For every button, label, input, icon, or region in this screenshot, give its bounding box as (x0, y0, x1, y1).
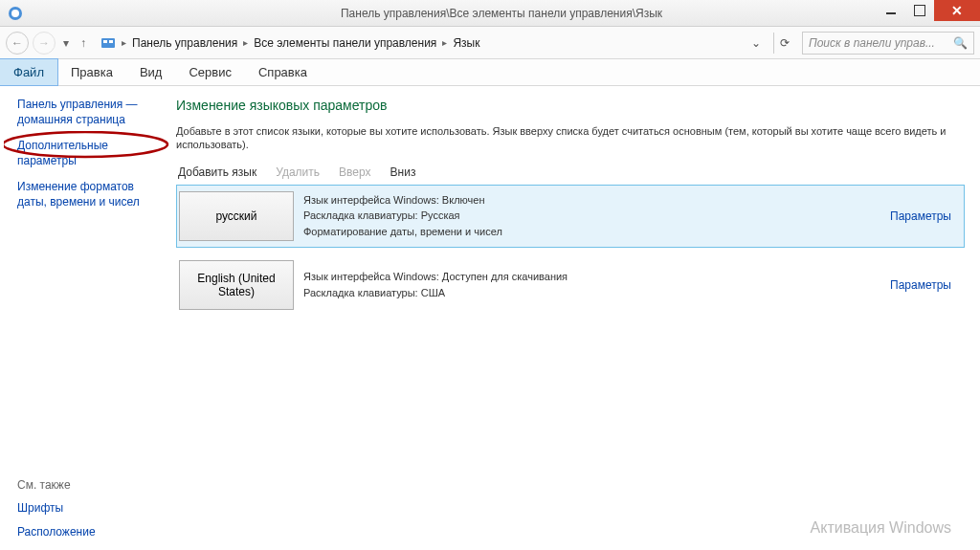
breadcrumb-item-2[interactable]: Все элементы панели управления (254, 36, 436, 50)
page-heading: Изменение языковых параметров (176, 98, 965, 113)
search-icon: 🔍 (953, 36, 968, 50)
nav-bar: ← → ▾ ↑ ▸ Панель управления ▸ Все элемен… (0, 27, 980, 59)
toolbar-remove[interactable]: Удалить (276, 165, 320, 179)
svg-point-1 (11, 10, 19, 17)
menu-help[interactable]: Справка (245, 59, 321, 85)
language-options: Параметры (878, 254, 964, 316)
breadcrumb: ▸ Панель управления ▸ Все элементы панел… (94, 34, 766, 52)
recent-dropdown[interactable]: ▾ (63, 36, 69, 50)
breadcrumb-chevron-icon[interactable]: ▸ (122, 37, 126, 48)
see-also-header: См. также (17, 478, 153, 492)
menu-edit[interactable]: Правка (57, 59, 126, 85)
breadcrumb-item-1[interactable]: Панель управления (132, 36, 237, 50)
close-button[interactable]: ✕ (934, 0, 980, 21)
toolbar-move-up[interactable]: Вверх (339, 165, 370, 179)
minimize-button[interactable] (877, 0, 905, 21)
breadcrumb-dropdown[interactable]: ⌄ (747, 36, 765, 50)
svg-rect-3 (103, 40, 107, 43)
refresh-button[interactable]: ⟳ (773, 33, 794, 54)
sidebar-location[interactable]: Расположение (17, 525, 153, 540)
sidebar-date-format[interactable]: Изменение форматов даты, времени и чисел (17, 180, 153, 209)
language-list: русский Язык интерфейса Windows: Включен… (176, 185, 965, 317)
language-name-box: русский (179, 191, 294, 241)
breadcrumb-chevron-icon[interactable]: ▸ (442, 37, 447, 48)
menu-service[interactable]: Сервис (175, 59, 245, 85)
language-name-box: English (United States) (179, 260, 294, 310)
maximize-button[interactable] (905, 0, 934, 21)
search-input[interactable]: Поиск в панели управ... 🔍 (802, 32, 974, 55)
breadcrumb-chevron-icon[interactable]: ▸ (243, 37, 248, 48)
toolbar-add-language[interactable]: Добавить язык (178, 165, 256, 179)
window-title: Панель управления\Все элементы панели уп… (23, 7, 980, 20)
language-detail-line: Форматирование даты, времени и чисел (303, 224, 878, 240)
language-row-english[interactable]: English (United States) Язык интерфейса … (176, 253, 965, 317)
window-controls: ✕ (877, 0, 980, 21)
content-area: Изменение языковых параметров Добавьте в… (167, 86, 980, 550)
up-button[interactable]: ↑ (80, 36, 86, 50)
breadcrumb-item-3[interactable]: Язык (453, 36, 479, 50)
sidebar: Панель управления — домашняя страница До… (0, 86, 167, 550)
search-placeholder: Поиск в панели управ... (809, 36, 935, 50)
language-options: Параметры (878, 186, 964, 247)
language-detail-line: Раскладка клавиатуры: США (303, 285, 878, 301)
sidebar-fonts[interactable]: Шрифты (17, 501, 153, 517)
language-toolbar: Добавить язык Удалить Вверх Вниз (176, 165, 965, 179)
language-detail-line: Язык интерфейса Windows: Доступен для ск… (303, 269, 878, 285)
forward-button[interactable]: → (33, 32, 56, 55)
language-details: Язык интерфейса Windows: Доступен для ск… (303, 254, 878, 316)
sidebar-see-also: См. также Шрифты Расположение (17, 478, 153, 540)
back-button[interactable]: ← (6, 32, 29, 55)
control-panel-icon (100, 35, 116, 51)
language-detail-line: Раскладка клавиатуры: Русская (303, 208, 878, 224)
activation-watermark: Активация Windows (811, 519, 951, 537)
menu-bar: Файл Правка Вид Сервис Справка (0, 59, 980, 86)
menu-view[interactable]: Вид (126, 59, 176, 85)
control-panel-appicon (8, 6, 23, 21)
language-options-link[interactable]: Параметры (890, 209, 951, 223)
language-detail-line: Язык интерфейса Windows: Включен (303, 192, 878, 209)
window-titlebar: Панель управления\Все элементы панели уп… (0, 0, 980, 27)
language-details: Язык интерфейса Windows: Включен Расклад… (303, 186, 878, 247)
sidebar-home[interactable]: Панель управления — домашняя страница (17, 98, 153, 127)
toolbar-move-down[interactable]: Вниз (390, 165, 416, 179)
sidebar-additional-settings-wrapper: Дополнительные параметры (17, 139, 153, 168)
svg-rect-4 (109, 40, 113, 43)
menu-file[interactable]: Файл (0, 59, 57, 85)
page-description: Добавьте в этот список языки, которые вы… (176, 124, 965, 152)
sidebar-additional-settings[interactable]: Дополнительные параметры (17, 139, 153, 168)
language-options-link[interactable]: Параметры (890, 278, 951, 292)
language-row-russian[interactable]: русский Язык интерфейса Windows: Включен… (176, 185, 965, 248)
main-area: Панель управления — домашняя страница До… (0, 86, 980, 550)
